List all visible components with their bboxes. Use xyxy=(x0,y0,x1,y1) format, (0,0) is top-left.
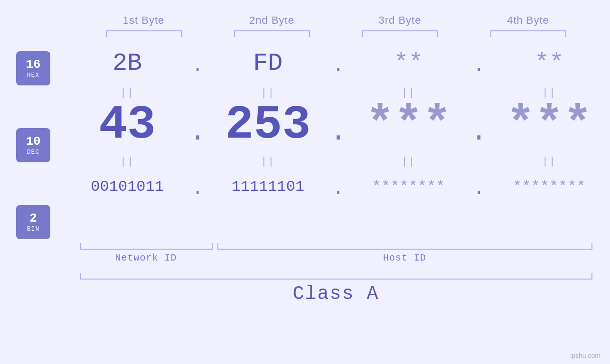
dec-dot-3: . xyxy=(469,116,488,148)
bin-value-row: 00101011 . 11111101 . ******** . *******… xyxy=(66,170,610,203)
eq-1-3: || xyxy=(348,87,469,99)
network-id-label: Network ID xyxy=(80,252,213,263)
bin-cell-2: 11111101 xyxy=(207,178,328,196)
hex-dot-3: . xyxy=(469,55,488,76)
dec-val-2: 253 xyxy=(225,98,310,152)
hex-cell-3: ** xyxy=(348,49,469,77)
dec-value-row: 43 . 253 . *** . *** xyxy=(66,101,610,149)
dec-val-4: *** xyxy=(507,98,592,152)
hex-dot-1: . xyxy=(188,55,207,76)
bin-val-3: ******** xyxy=(372,178,445,196)
byte-label-3: 3rd Byte xyxy=(336,14,464,27)
dec-val-3: *** xyxy=(366,98,451,152)
bin-badge-number: 2 xyxy=(29,212,37,225)
dec-dot-2: . xyxy=(329,116,348,148)
top-bracket-2 xyxy=(208,30,336,37)
hex-val-2: FD xyxy=(253,49,282,77)
top-bracket-row xyxy=(80,30,592,37)
dec-badge-number: 10 xyxy=(26,135,40,149)
bin-badge: 2 BIN xyxy=(16,205,50,239)
hex-badge-label: HEX xyxy=(27,72,39,79)
bracket-line-1 xyxy=(106,30,182,37)
top-bracket-3 xyxy=(336,30,464,37)
dec-dot-1: . xyxy=(188,116,207,148)
hex-val-1: 2B xyxy=(113,49,142,77)
eq-2-3: || xyxy=(348,156,469,168)
bracket-line-3 xyxy=(362,30,438,37)
main-content-area: 16 HEX 10 DEC 2 BIN 2B . FD xyxy=(0,47,610,239)
bin-val-2: 11111101 xyxy=(232,178,305,196)
hex-badge: 16 HEX xyxy=(16,51,50,85)
id-labels-row: Network ID Host ID xyxy=(80,252,592,263)
eq-2-2: || xyxy=(207,156,328,168)
network-bracket xyxy=(80,243,213,250)
bin-cell-4: ******** xyxy=(488,178,610,196)
eq-1-1: || xyxy=(66,87,188,99)
eq-2-4: || xyxy=(488,156,610,168)
eq-1-4: || xyxy=(488,87,610,99)
bin-val-4: ******** xyxy=(513,178,586,196)
dec-cell-4: *** xyxy=(488,98,610,152)
eq-2-1: || xyxy=(66,156,188,168)
bin-badge-label: BIN xyxy=(27,225,39,233)
values-grid: 2B . FD . ** . ** || || xyxy=(66,47,610,205)
hex-val-4: ** xyxy=(535,49,564,77)
byte-label-2: 2nd Byte xyxy=(208,14,336,27)
eq-1-2: || xyxy=(207,87,328,99)
big-bottom-bracket xyxy=(80,273,592,280)
bracket-line-2 xyxy=(234,30,310,37)
main-container: 1st Byte 2nd Byte 3rd Byte 4th Byte 16 H… xyxy=(0,0,610,364)
bin-cell-3: ******** xyxy=(348,178,469,196)
hex-val-3: ** xyxy=(394,49,423,77)
bottom-bracket-row xyxy=(80,243,592,250)
dec-cell-2: 253 xyxy=(207,98,328,152)
host-id-label: Host ID xyxy=(217,252,592,263)
dec-badge: 10 DEC xyxy=(16,128,50,162)
equals-row-2: || || || || xyxy=(66,153,610,170)
watermark: ipshu.com xyxy=(570,352,601,359)
top-bracket-1 xyxy=(80,30,208,37)
byte-label-4: 4th Byte xyxy=(464,14,592,27)
bin-dot-2: . xyxy=(329,178,348,200)
hex-dot-2: . xyxy=(329,55,348,76)
byte-label-1: 1st Byte xyxy=(80,14,208,27)
badges-column: 16 HEX 10 DEC 2 BIN xyxy=(0,47,66,239)
dec-cell-3: *** xyxy=(348,98,469,152)
dec-cell-1: 43 xyxy=(66,98,188,152)
bin-cell-1: 00101011 xyxy=(66,178,188,196)
bin-val-1: 00101011 xyxy=(91,178,164,196)
hex-badge-number: 16 xyxy=(26,58,40,72)
top-bracket-4 xyxy=(464,30,592,37)
hex-value-row: 2B . FD . ** . ** xyxy=(66,47,610,80)
bin-dot-1: . xyxy=(188,178,207,200)
bracket-line-4 xyxy=(490,30,566,37)
hex-cell-4: ** xyxy=(488,49,610,77)
hex-cell-2: FD xyxy=(207,49,328,77)
dec-badge-label: DEC xyxy=(27,149,39,156)
dec-val-1: 43 xyxy=(99,98,156,152)
class-label: Class A xyxy=(80,283,592,305)
hex-cell-1: 2B xyxy=(66,49,188,77)
host-bracket xyxy=(217,243,592,250)
byte-labels-row: 1st Byte 2nd Byte 3rd Byte 4th Byte xyxy=(80,14,592,27)
bin-dot-3: . xyxy=(469,178,488,200)
bottom-section: Network ID Host ID xyxy=(80,243,592,263)
